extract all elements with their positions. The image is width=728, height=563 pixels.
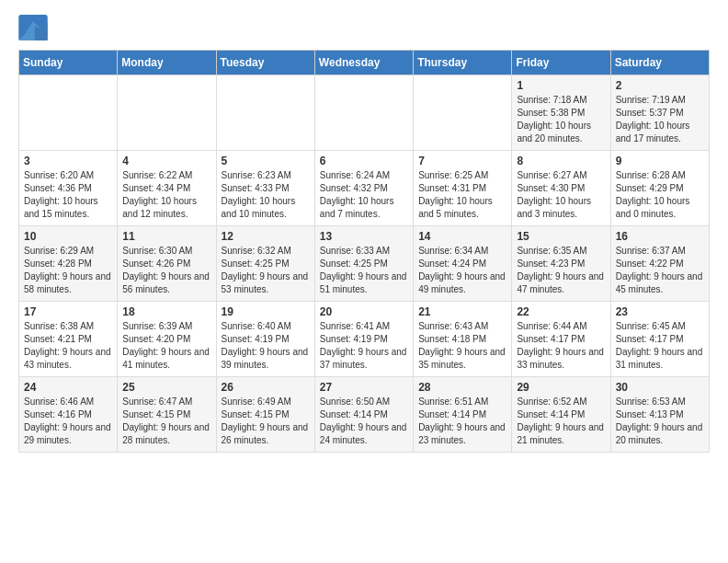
calendar-cell bbox=[314, 75, 413, 151]
day-number: 14 bbox=[418, 230, 506, 243]
calendar-cell: 23Sunrise: 6:45 AM Sunset: 4:17 PM Dayli… bbox=[610, 302, 709, 377]
day-number: 21 bbox=[418, 305, 506, 318]
day-info: Sunrise: 6:23 AM Sunset: 4:33 PM Dayligh… bbox=[222, 169, 310, 221]
day-number: 28 bbox=[418, 381, 506, 394]
day-number: 8 bbox=[517, 155, 605, 167]
day-number: 9 bbox=[616, 155, 704, 167]
calendar-cell: 21Sunrise: 6:43 AM Sunset: 4:18 PM Dayli… bbox=[414, 302, 512, 377]
header-friday: Friday bbox=[512, 51, 610, 75]
day-info: Sunrise: 6:27 AM Sunset: 4:30 PM Dayligh… bbox=[517, 169, 605, 221]
day-number: 20 bbox=[320, 305, 408, 318]
calendar-cell bbox=[118, 75, 216, 151]
day-number: 30 bbox=[616, 381, 704, 394]
day-info: Sunrise: 6:35 AM Sunset: 4:23 PM Dayligh… bbox=[517, 245, 605, 296]
header-thursday: Thursday bbox=[414, 51, 512, 75]
calendar-cell: 28Sunrise: 6:51 AM Sunset: 4:14 PM Dayli… bbox=[414, 377, 512, 453]
calendar-cell bbox=[19, 75, 118, 151]
page-header bbox=[18, 15, 710, 40]
calendar-cell: 4Sunrise: 6:22 AM Sunset: 4:34 PM Daylig… bbox=[118, 151, 216, 226]
calendar-cell: 5Sunrise: 6:23 AM Sunset: 4:33 PM Daylig… bbox=[216, 151, 314, 226]
calendar-cell: 30Sunrise: 6:53 AM Sunset: 4:13 PM Dayli… bbox=[610, 377, 709, 453]
calendar-cell: 17Sunrise: 6:38 AM Sunset: 4:21 PM Dayli… bbox=[19, 302, 118, 377]
day-info: Sunrise: 6:33 AM Sunset: 4:25 PM Dayligh… bbox=[320, 245, 408, 296]
day-number: 26 bbox=[222, 381, 310, 394]
day-info: Sunrise: 6:52 AM Sunset: 4:14 PM Dayligh… bbox=[517, 396, 605, 447]
logo-icon bbox=[18, 15, 48, 40]
calendar-cell: 6Sunrise: 6:24 AM Sunset: 4:32 PM Daylig… bbox=[314, 151, 413, 226]
day-number: 10 bbox=[24, 230, 112, 243]
day-number: 13 bbox=[320, 230, 408, 243]
day-info: Sunrise: 6:43 AM Sunset: 4:18 PM Dayligh… bbox=[418, 320, 506, 372]
calendar-cell: 29Sunrise: 6:52 AM Sunset: 4:14 PM Dayli… bbox=[512, 377, 610, 453]
calendar-cell: 27Sunrise: 6:50 AM Sunset: 4:14 PM Dayli… bbox=[314, 377, 413, 453]
header-monday: Monday bbox=[118, 51, 216, 75]
day-info: Sunrise: 6:40 AM Sunset: 4:19 PM Dayligh… bbox=[222, 320, 310, 372]
day-info: Sunrise: 6:50 AM Sunset: 4:14 PM Dayligh… bbox=[320, 396, 408, 447]
day-number: 22 bbox=[517, 305, 605, 318]
day-info: Sunrise: 6:34 AM Sunset: 4:24 PM Dayligh… bbox=[418, 245, 506, 296]
day-number: 29 bbox=[517, 381, 605, 394]
day-info: Sunrise: 6:32 AM Sunset: 4:25 PM Dayligh… bbox=[222, 245, 310, 296]
calendar-cell: 12Sunrise: 6:32 AM Sunset: 4:25 PM Dayli… bbox=[216, 226, 314, 302]
calendar-week-row: 17Sunrise: 6:38 AM Sunset: 4:21 PM Dayli… bbox=[19, 302, 710, 377]
header-sunday: Sunday bbox=[19, 51, 118, 75]
day-info: Sunrise: 6:22 AM Sunset: 4:34 PM Dayligh… bbox=[122, 169, 210, 221]
day-number: 1 bbox=[517, 79, 605, 92]
calendar-cell: 9Sunrise: 6:28 AM Sunset: 4:29 PM Daylig… bbox=[610, 151, 709, 226]
day-info: Sunrise: 6:47 AM Sunset: 4:15 PM Dayligh… bbox=[122, 396, 210, 447]
calendar-cell: 25Sunrise: 6:47 AM Sunset: 4:15 PM Dayli… bbox=[118, 377, 216, 453]
day-number: 4 bbox=[122, 155, 210, 167]
day-info: Sunrise: 6:29 AM Sunset: 4:28 PM Dayligh… bbox=[24, 245, 112, 296]
calendar-week-row: 1Sunrise: 7:18 AM Sunset: 5:38 PM Daylig… bbox=[19, 75, 710, 151]
day-number: 2 bbox=[616, 79, 704, 92]
calendar-cell: 1Sunrise: 7:18 AM Sunset: 5:38 PM Daylig… bbox=[512, 75, 610, 151]
day-number: 19 bbox=[222, 305, 310, 318]
day-info: Sunrise: 6:51 AM Sunset: 4:14 PM Dayligh… bbox=[418, 396, 506, 447]
day-info: Sunrise: 6:30 AM Sunset: 4:26 PM Dayligh… bbox=[122, 245, 210, 296]
day-info: Sunrise: 6:20 AM Sunset: 4:36 PM Dayligh… bbox=[24, 169, 112, 221]
calendar-cell bbox=[216, 75, 314, 151]
day-info: Sunrise: 6:38 AM Sunset: 4:21 PM Dayligh… bbox=[24, 320, 112, 372]
day-info: Sunrise: 6:44 AM Sunset: 4:17 PM Dayligh… bbox=[517, 320, 605, 372]
day-info: Sunrise: 6:45 AM Sunset: 4:17 PM Dayligh… bbox=[616, 320, 704, 372]
header-wednesday: Wednesday bbox=[314, 51, 413, 75]
calendar-week-row: 10Sunrise: 6:29 AM Sunset: 4:28 PM Dayli… bbox=[19, 226, 710, 302]
calendar-cell: 14Sunrise: 6:34 AM Sunset: 4:24 PM Dayli… bbox=[414, 226, 512, 302]
day-number: 18 bbox=[122, 305, 210, 318]
day-number: 12 bbox=[222, 230, 310, 243]
calendar-cell: 19Sunrise: 6:40 AM Sunset: 4:19 PM Dayli… bbox=[216, 302, 314, 377]
calendar-cell: 8Sunrise: 6:27 AM Sunset: 4:30 PM Daylig… bbox=[512, 151, 610, 226]
day-number: 5 bbox=[222, 155, 310, 167]
day-number: 11 bbox=[122, 230, 210, 243]
calendar-cell: 7Sunrise: 6:25 AM Sunset: 4:31 PM Daylig… bbox=[414, 151, 512, 226]
day-info: Sunrise: 6:39 AM Sunset: 4:20 PM Dayligh… bbox=[122, 320, 210, 372]
calendar-cell: 2Sunrise: 7:19 AM Sunset: 5:37 PM Daylig… bbox=[610, 75, 709, 151]
calendar-cell: 16Sunrise: 6:37 AM Sunset: 4:22 PM Dayli… bbox=[610, 226, 709, 302]
day-number: 7 bbox=[418, 155, 506, 167]
header-saturday: Saturday bbox=[610, 51, 709, 75]
day-info: Sunrise: 6:46 AM Sunset: 4:16 PM Dayligh… bbox=[24, 396, 112, 447]
day-number: 27 bbox=[320, 381, 408, 394]
calendar-cell: 10Sunrise: 6:29 AM Sunset: 4:28 PM Dayli… bbox=[19, 226, 118, 302]
day-number: 23 bbox=[616, 305, 704, 318]
logo bbox=[18, 15, 51, 40]
day-number: 3 bbox=[24, 155, 112, 167]
day-number: 15 bbox=[517, 230, 605, 243]
calendar-week-row: 24Sunrise: 6:46 AM Sunset: 4:16 PM Dayli… bbox=[19, 377, 710, 453]
calendar-cell: 3Sunrise: 6:20 AM Sunset: 4:36 PM Daylig… bbox=[19, 151, 118, 226]
calendar-table: SundayMondayTuesdayWednesdayThursdayFrid… bbox=[18, 50, 710, 453]
calendar-cell: 18Sunrise: 6:39 AM Sunset: 4:20 PM Dayli… bbox=[118, 302, 216, 377]
calendar-cell: 24Sunrise: 6:46 AM Sunset: 4:16 PM Dayli… bbox=[19, 377, 118, 453]
day-number: 17 bbox=[24, 305, 112, 318]
calendar-cell: 15Sunrise: 6:35 AM Sunset: 4:23 PM Dayli… bbox=[512, 226, 610, 302]
calendar-week-row: 3Sunrise: 6:20 AM Sunset: 4:36 PM Daylig… bbox=[19, 151, 710, 226]
day-info: Sunrise: 6:49 AM Sunset: 4:15 PM Dayligh… bbox=[222, 396, 310, 447]
day-info: Sunrise: 7:18 AM Sunset: 5:38 PM Dayligh… bbox=[517, 94, 605, 145]
header-tuesday: Tuesday bbox=[216, 51, 314, 75]
calendar-cell: 13Sunrise: 6:33 AM Sunset: 4:25 PM Dayli… bbox=[314, 226, 413, 302]
calendar-cell: 26Sunrise: 6:49 AM Sunset: 4:15 PM Dayli… bbox=[216, 377, 314, 453]
day-number: 24 bbox=[24, 381, 112, 394]
calendar-cell: 20Sunrise: 6:41 AM Sunset: 4:19 PM Dayli… bbox=[314, 302, 413, 377]
day-number: 25 bbox=[122, 381, 210, 394]
calendar-cell: 11Sunrise: 6:30 AM Sunset: 4:26 PM Dayli… bbox=[118, 226, 216, 302]
